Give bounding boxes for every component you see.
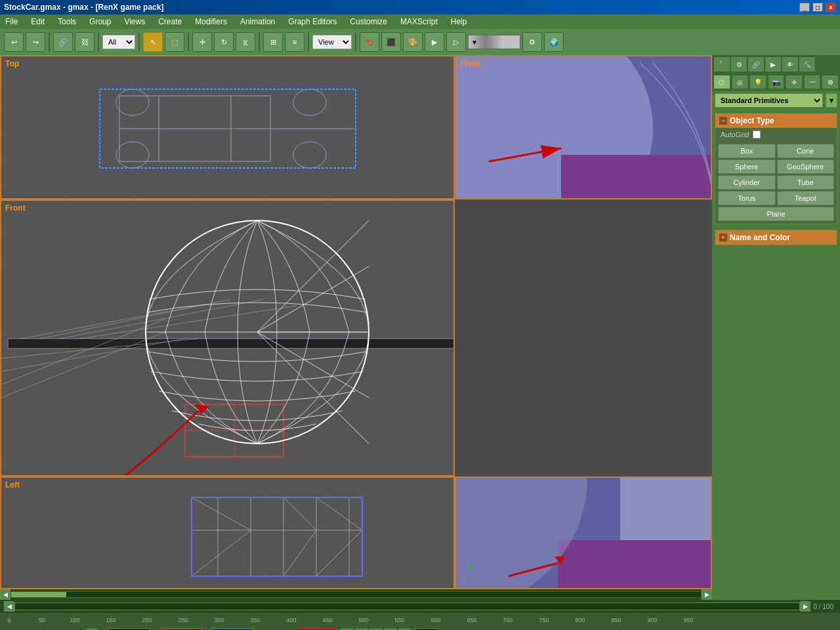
- viewport-top[interactable]: Top y z x: [0, 55, 455, 200]
- viewport-front[interactable]: Front z z x: [0, 200, 455, 476]
- persp-axis-x: x: [476, 574, 480, 581]
- undo-button[interactable]: ↩: [4, 32, 24, 52]
- menu-customize[interactable]: Customize: [347, 16, 390, 28]
- viewport-perspective[interactable]: z z x: [455, 476, 712, 589]
- menu-help[interactable]: Help: [448, 16, 470, 28]
- svg-text:750: 750: [539, 617, 549, 623]
- scale-button[interactable]: ⧖: [236, 32, 255, 52]
- panel-tab-modify[interactable]: ⚙: [730, 56, 747, 72]
- box-button[interactable]: Box: [718, 144, 776, 158]
- primitive-type-select[interactable]: Standard Primitives: [715, 93, 823, 108]
- named-selections-button[interactable]: 🔖: [360, 32, 379, 52]
- menu-animation[interactable]: Animation: [238, 16, 278, 28]
- menu-group[interactable]: Group: [87, 16, 114, 28]
- toolbar-separator-1: [49, 33, 50, 51]
- viewports-area: Top y z x: [0, 55, 712, 600]
- svg-text:850: 850: [611, 617, 621, 623]
- panel-tab-display[interactable]: 👁: [782, 56, 799, 72]
- layers-button[interactable]: ⬛: [381, 32, 401, 52]
- scroll-left-button[interactable]: ◀: [0, 589, 10, 600]
- render-output-dropdown[interactable]: ▼: [468, 35, 520, 49]
- menu-maxscript[interactable]: MAXScript: [398, 16, 440, 28]
- maximize-button[interactable]: □: [812, 3, 823, 12]
- plane-button[interactable]: Plane: [718, 207, 834, 221]
- render-scene-button[interactable]: ▶: [425, 32, 444, 52]
- render-options-button[interactable]: ⚙: [522, 32, 542, 52]
- svg-text:900: 900: [647, 617, 657, 623]
- viewport-left-label: Left: [5, 480, 20, 490]
- object-type-section: − Object Type AutoGrid Box Cone Sphere G…: [715, 113, 837, 224]
- teapot-button[interactable]: Teapot: [777, 191, 835, 205]
- subtab-lights[interactable]: 💡: [749, 75, 766, 89]
- subtab-helpers[interactable]: ✛: [786, 75, 803, 89]
- redo-button[interactable]: ↪: [26, 32, 45, 52]
- select-link-button[interactable]: 🔗: [53, 32, 73, 52]
- menu-edit[interactable]: Edit: [28, 16, 47, 28]
- timescale-svg: 0 50 100 150 200 250 300 350 400 450 500…: [3, 613, 715, 626]
- geosphere-button[interactable]: GeoSphere: [777, 159, 835, 174]
- menu-create[interactable]: Create: [156, 16, 184, 28]
- panel-tab-motion[interactable]: ▶: [765, 56, 782, 72]
- menu-graph-editors[interactable]: Graph Editors: [285, 16, 339, 28]
- object-type-header[interactable]: − Object Type: [715, 114, 837, 128]
- timeline-bar[interactable]: [14, 602, 800, 610]
- primitive-dropdown-arrow[interactable]: ▼: [826, 93, 837, 108]
- panel-tab-hierarchy[interactable]: 🔗: [747, 56, 765, 72]
- toolbar-separator-4: [188, 33, 189, 51]
- timeline-prev-button[interactable]: ◀: [4, 601, 14, 612]
- horizontal-scrollbar[interactable]: ◀ ▶: [0, 589, 712, 600]
- selection-filter-dropdown[interactable]: All: [102, 35, 135, 49]
- scroll-track[interactable]: [10, 591, 702, 598]
- svg-text:350: 350: [250, 617, 260, 623]
- environment-button[interactable]: 🌍: [544, 32, 564, 52]
- autogrid-row: AutoGrid: [715, 128, 837, 141]
- autogrid-checkbox[interactable]: [753, 131, 761, 138]
- cone-button[interactable]: Cone: [777, 144, 835, 158]
- sphere-button[interactable]: Sphere: [718, 159, 776, 174]
- viewport-front-right-svg: [456, 56, 711, 198]
- titlebar-controls[interactable]: _ □ ×: [799, 3, 836, 12]
- timeline-next-button[interactable]: ▶: [800, 601, 810, 612]
- select-region-button[interactable]: ⬚: [165, 32, 184, 52]
- select-move-button[interactable]: ✛: [192, 32, 212, 52]
- panel-tab-create[interactable]: 🔨: [713, 56, 730, 72]
- rotate-button[interactable]: ↻: [214, 32, 234, 52]
- svg-rect-27: [1, 201, 453, 475]
- right-panel: 🔨 ⚙ 🔗 ▶ 👁 🔧 ⬡ ◎ 💡 📷 ✛ 〰 ⚙ Standard Primi…: [712, 55, 840, 600]
- toolbar-separator-5: [259, 33, 260, 51]
- viewport-top-label: Top: [5, 59, 19, 68]
- mirror-button[interactable]: ⊞: [263, 32, 283, 52]
- titlebar-title: StockCar.gmax - gmax - [RenX game pack]: [4, 3, 163, 12]
- torus-button[interactable]: Torus: [718, 191, 776, 205]
- timescale[interactable]: 0 50 100 150 200 250 300 350 400 450 500…: [0, 613, 840, 626]
- menu-views[interactable]: Views: [121, 16, 148, 28]
- viewport-left[interactable]: Left z z x: [0, 476, 455, 589]
- name-color-header[interactable]: + Name and Color: [715, 230, 837, 245]
- object-type-title: Object Type: [730, 116, 774, 125]
- cylinder-button[interactable]: Cylinder: [718, 175, 776, 190]
- svg-rect-25: [561, 155, 711, 198]
- panel-tab-utilities[interactable]: 🔧: [799, 56, 816, 72]
- material-editor-button[interactable]: 🎨: [403, 32, 423, 52]
- select-object-button[interactable]: ↖: [143, 32, 163, 52]
- subtab-spacewarps[interactable]: 〰: [804, 75, 821, 89]
- unlink-button[interactable]: ⛓: [75, 32, 94, 52]
- minimize-button[interactable]: _: [799, 3, 810, 12]
- menu-tools[interactable]: Tools: [55, 16, 79, 28]
- subtab-geometry[interactable]: ⬡: [713, 75, 730, 89]
- object-type-grid: Box Cone Sphere GeoSphere Cylinder Tube …: [715, 141, 837, 224]
- scroll-right-button[interactable]: ▶: [702, 589, 712, 600]
- reference-coord-dropdown[interactable]: View: [312, 35, 352, 49]
- menu-file[interactable]: File: [3, 16, 20, 28]
- render-last-button[interactable]: ▷: [446, 32, 466, 52]
- subtab-cameras[interactable]: 📷: [768, 75, 785, 89]
- close-button[interactable]: ×: [826, 3, 836, 12]
- tube-button[interactable]: Tube: [777, 175, 835, 190]
- subtab-systems[interactable]: ⚙: [822, 75, 839, 89]
- viewport-top-svg: [1, 56, 453, 198]
- align-button[interactable]: ≡: [285, 32, 304, 52]
- subtab-shapes[interactable]: ◎: [732, 75, 749, 89]
- viewport-front-right[interactable]: Front: [455, 55, 712, 200]
- toolbar-separator-6: [308, 33, 309, 51]
- menu-modifiers[interactable]: Modifiers: [192, 16, 230, 28]
